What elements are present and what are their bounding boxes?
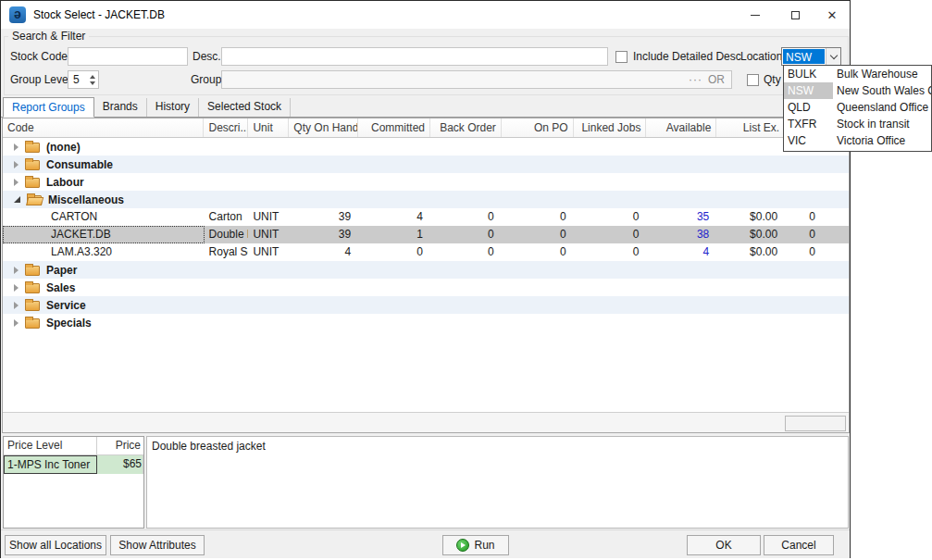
grid-footer-button[interactable] xyxy=(785,416,846,431)
cell[interactable]: 0 xyxy=(430,208,502,226)
title-bar[interactable]: ə Stock Select - JACKET.DB ✕ xyxy=(1,1,850,29)
tree-group-row[interactable]: Labour xyxy=(3,173,849,191)
expand-arrow-icon[interactable] xyxy=(14,143,19,151)
column-header-Descri...[interactable]: Descri... xyxy=(204,118,248,137)
cancel-button[interactable]: Cancel xyxy=(764,535,834,555)
column-header-Code[interactable]: Code xyxy=(3,118,204,137)
cell[interactable]: LAM.A3.320 xyxy=(3,243,205,261)
stock-code-input[interactable] xyxy=(68,47,188,66)
cell[interactable]: 38 xyxy=(646,226,716,243)
show-attributes-button[interactable]: Show Attributes xyxy=(110,535,205,555)
cell[interactable]: Carton xyxy=(205,208,249,226)
column-header-Unit[interactable]: Unit xyxy=(248,118,289,137)
tree-group-row[interactable]: Miscellaneous xyxy=(3,191,849,208)
expand-arrow-icon[interactable] xyxy=(14,179,19,186)
cell[interactable]: 0 xyxy=(502,208,574,226)
cell[interactable]: CARTON xyxy=(3,208,205,226)
location-option-bulk[interactable]: BULKBulk Warehouse xyxy=(784,66,931,82)
location-combobox[interactable]: NSW xyxy=(781,47,841,66)
cell[interactable]: 4 xyxy=(289,243,358,261)
cell[interactable]: UNIT xyxy=(248,226,289,243)
column-header-Committed[interactable]: Committed xyxy=(358,118,430,137)
cell[interactable]: 39 xyxy=(289,208,358,226)
step-up-icon xyxy=(90,75,95,79)
cell[interactable]: 35 xyxy=(646,208,716,226)
expand-arrow-icon[interactable] xyxy=(14,161,19,168)
cell[interactable]: 0 xyxy=(502,243,574,261)
location-option-vic[interactable]: VICVictoria Office xyxy=(784,132,931,149)
cell[interactable]: UNIT xyxy=(248,243,289,261)
cell[interactable]: 0 xyxy=(430,226,502,243)
cell[interactable]: JACKET.DB xyxy=(3,226,205,243)
expand-arrow-icon[interactable] xyxy=(14,284,19,292)
column-header-Back Order[interactable]: Back Order xyxy=(430,118,502,137)
table-row[interactable]: JACKET.DBDouble brUNIT39100038$0.000 xyxy=(3,226,849,243)
show-all-locations-button[interactable]: Show all Locations xyxy=(5,535,106,555)
tree-group-row[interactable]: Consumable xyxy=(3,156,849,173)
expand-arrow-icon[interactable] xyxy=(14,302,19,309)
minimize-button[interactable] xyxy=(739,1,771,29)
run-button[interactable]: Run xyxy=(442,535,509,555)
stepper-arrows[interactable] xyxy=(86,71,98,88)
cell[interactable]: 1 xyxy=(358,226,430,243)
tree-group-row[interactable]: (none) xyxy=(3,138,849,156)
cell[interactable]: 0 xyxy=(785,243,849,261)
column-header-List Ex.[interactable]: List Ex. xyxy=(716,118,785,137)
group-level-stepper[interactable]: 5 xyxy=(68,70,99,89)
combo-arrow-button[interactable] xyxy=(826,48,840,65)
column-header-Available[interactable]: Available xyxy=(646,118,716,137)
table-row[interactable]: CARTONCartonUNIT39400035$0.000 xyxy=(3,208,849,226)
grid-header-row[interactable]: CodeDescri...UnitQty On HandCommittedBac… xyxy=(3,118,849,138)
location-option-txfr[interactable]: TXFRStock in transit xyxy=(784,116,931,132)
location-code: VIC xyxy=(784,132,833,149)
cell[interactable]: Royal Sov xyxy=(205,243,249,261)
column-header-Linked Jobs[interactable]: Linked Jobs xyxy=(574,118,647,137)
qty-checkbox[interactable] xyxy=(747,74,759,86)
tab-report-groups[interactable]: Report Groups xyxy=(3,97,94,118)
tree-group-row[interactable]: Paper xyxy=(3,261,849,279)
cell[interactable]: 4 xyxy=(646,243,716,261)
cell[interactable]: 39 xyxy=(289,226,358,243)
cell[interactable]: $0.00 xyxy=(716,208,785,226)
cell[interactable]: 0 xyxy=(358,243,430,261)
cell[interactable]: $0.00 xyxy=(716,243,785,261)
cell[interactable]: 0 xyxy=(502,226,574,243)
cell[interactable]: 0 xyxy=(430,243,502,261)
cell[interactable]: UNIT xyxy=(248,208,289,226)
price-level-cell[interactable]: 1-MPS Inc Toner xyxy=(4,455,97,474)
expand-arrow-icon[interactable] xyxy=(14,267,19,274)
desc-input[interactable] xyxy=(221,47,608,66)
tab-brands[interactable]: Brands xyxy=(94,98,147,117)
cell[interactable]: 0 xyxy=(574,226,647,243)
cell[interactable]: Double br xyxy=(205,226,249,243)
location-option-nsw[interactable]: NSWNew South Wales Of xyxy=(784,82,931,99)
table-row[interactable]: LAM.A3.320Royal SovUNIT400004$0.000 xyxy=(3,243,849,261)
include-detailed-desc-checkbox[interactable] xyxy=(615,51,628,63)
cell[interactable]: 4 xyxy=(358,208,430,226)
cell[interactable]: 0 xyxy=(574,208,647,226)
tab-strip: Report GroupsBrandsHistorySelected Stock xyxy=(1,97,850,118)
or-label: OR xyxy=(708,73,725,86)
cell[interactable]: 0 xyxy=(574,243,647,261)
column-header-Qty On Hand[interactable]: Qty On Hand xyxy=(289,118,358,137)
cell[interactable]: 0 xyxy=(785,208,849,226)
tree-group-row[interactable]: Specials xyxy=(3,314,849,331)
column-header-On PO[interactable]: On PO xyxy=(502,118,574,137)
groups-input[interactable]: ··· OR xyxy=(221,70,732,89)
price-value-cell[interactable]: $65 xyxy=(97,455,143,474)
tree-group-row[interactable]: Service xyxy=(3,296,849,314)
collapse-arrow-icon[interactable] xyxy=(14,196,20,203)
browse-ellipsis-button[interactable]: ··· xyxy=(689,73,702,86)
tab-history[interactable]: History xyxy=(147,98,199,117)
tree-group-row[interactable]: Sales xyxy=(3,279,849,296)
group-label-wrap: (none) xyxy=(3,141,81,154)
location-option-qld[interactable]: QLDQueensland Office xyxy=(784,99,931,116)
price-row[interactable]: 1-MPS Inc Toner $65 xyxy=(4,455,143,474)
close-button[interactable]: ✕ xyxy=(816,1,848,29)
cell[interactable]: $0.00 xyxy=(716,226,785,243)
tab-selected-stock[interactable]: Selected Stock xyxy=(199,98,291,117)
cell[interactable]: 0 xyxy=(785,226,849,243)
maximize-button[interactable] xyxy=(779,1,811,29)
ok-button[interactable]: OK xyxy=(687,535,761,555)
expand-arrow-icon[interactable] xyxy=(14,319,19,327)
